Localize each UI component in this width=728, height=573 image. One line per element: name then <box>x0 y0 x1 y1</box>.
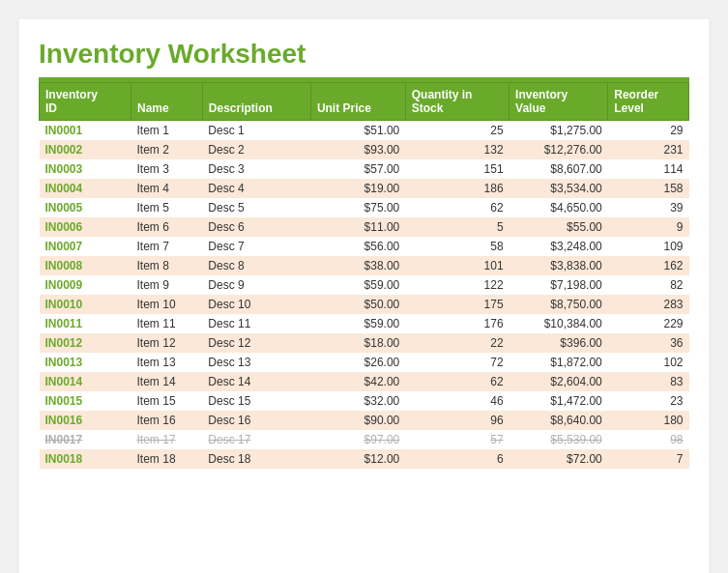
cell-reorder_level: 83 <box>608 372 689 391</box>
cell-inventory_value: $1,472.00 <box>510 391 608 411</box>
cell-quantity_in_stock: 25 <box>405 121 509 141</box>
cell-description: Desc 1 <box>202 121 310 141</box>
cell-inventory_value: $2,604.00 <box>510 372 608 391</box>
cell-inventory_value: $8,607.00 <box>510 159 608 179</box>
cell-name: Item 9 <box>131 275 203 295</box>
cell-unit_price: $59.00 <box>310 314 405 333</box>
cell-name: Item 17 <box>131 430 203 449</box>
cell-quantity_in_stock: 62 <box>405 372 509 391</box>
cell-quantity_in_stock: 58 <box>405 237 509 256</box>
cell-description: Desc 11 <box>202 314 310 333</box>
cell-id: IN0008 <box>40 256 131 275</box>
table-row: IN0017Item 17Desc 17$97.0057$5,539.0098 <box>40 430 689 449</box>
cell-unit_price: $93.00 <box>310 140 405 159</box>
cell-reorder_level: 9 <box>608 217 689 237</box>
cell-id: IN0016 <box>40 411 131 430</box>
cell-name: Item 11 <box>131 314 203 333</box>
cell-inventory_value: $1,872.00 <box>510 353 608 372</box>
table-row: IN0002Item 2Desc 2$93.00132$12,276.00231 <box>40 140 689 159</box>
cell-inventory_value: $55.00 <box>510 217 608 237</box>
cell-name: Item 14 <box>131 372 203 391</box>
cell-quantity_in_stock: 151 <box>405 159 509 179</box>
table-row: IN0007Item 7Desc 7$56.0058$3,248.00109 <box>40 237 689 256</box>
cell-reorder_level: 162 <box>608 256 689 275</box>
col-header-description: Description <box>202 83 310 121</box>
cell-unit_price: $97.00 <box>310 430 405 449</box>
table-row: IN0010Item 10Desc 10$50.00175$8,750.0028… <box>40 295 689 314</box>
cell-id: IN0003 <box>40 159 131 179</box>
cell-description: Desc 4 <box>202 179 310 198</box>
cell-unit_price: $90.00 <box>310 411 405 430</box>
cell-inventory_value: $1,275.00 <box>510 121 608 141</box>
table-row: IN0001Item 1Desc 1$51.0025$1,275.0029 <box>40 121 689 141</box>
cell-id: IN0004 <box>40 179 131 198</box>
cell-id: IN0007 <box>40 237 131 256</box>
cell-quantity_in_stock: 176 <box>405 314 509 333</box>
cell-name: Item 2 <box>131 140 203 159</box>
cell-inventory_value: $3,838.00 <box>510 256 608 275</box>
cell-inventory_value: $12,276.00 <box>510 140 608 159</box>
cell-description: Desc 6 <box>202 217 310 237</box>
cell-inventory_value: $5,539.00 <box>510 430 608 449</box>
cell-unit_price: $18.00 <box>310 333 405 353</box>
cell-unit_price: $51.00 <box>310 121 405 141</box>
cell-description: Desc 5 <box>202 198 310 217</box>
cell-inventory_value: $72.00 <box>510 449 608 469</box>
table-row: IN0016Item 16Desc 16$90.0096$8,640.00180 <box>40 411 689 430</box>
cell-unit_price: $42.00 <box>310 372 405 391</box>
cell-reorder_level: 109 <box>608 237 689 256</box>
col-header-name: Name <box>131 83 203 121</box>
cell-id: IN0014 <box>40 372 131 391</box>
cell-quantity_in_stock: 101 <box>405 256 509 275</box>
cell-reorder_level: 7 <box>608 449 689 469</box>
cell-id: IN0001 <box>40 121 131 141</box>
cell-unit_price: $32.00 <box>310 391 405 411</box>
cell-inventory_value: $4,650.00 <box>510 198 608 217</box>
cell-inventory_value: $3,248.00 <box>510 237 608 256</box>
cell-inventory_value: $10,384.00 <box>510 314 608 333</box>
cell-unit_price: $75.00 <box>310 198 405 217</box>
inventory-table: InventoryID Name Description Unit Price … <box>39 82 689 469</box>
cell-reorder_level: 283 <box>608 295 689 314</box>
cell-reorder_level: 229 <box>608 314 689 333</box>
cell-quantity_in_stock: 72 <box>405 353 509 372</box>
cell-unit_price: $50.00 <box>310 295 405 314</box>
cell-reorder_level: 82 <box>608 275 689 295</box>
cell-id: IN0011 <box>40 314 131 333</box>
table-row: IN0005Item 5Desc 5$75.0062$4,650.0039 <box>40 198 689 217</box>
table-row: IN0006Item 6Desc 6$11.005$55.009 <box>40 217 689 237</box>
cell-id: IN0005 <box>40 198 131 217</box>
cell-id: IN0010 <box>40 295 131 314</box>
cell-description: Desc 2 <box>202 140 310 159</box>
cell-unit_price: $57.00 <box>310 159 405 179</box>
cell-inventory_value: $396.00 <box>510 333 608 353</box>
cell-name: Item 3 <box>131 159 203 179</box>
table-row: IN0015Item 15Desc 15$32.0046$1,472.0023 <box>40 391 689 411</box>
cell-quantity_in_stock: 46 <box>405 391 509 411</box>
cell-id: IN0002 <box>40 140 131 159</box>
cell-unit_price: $12.00 <box>310 449 405 469</box>
cell-name: Item 13 <box>131 353 203 372</box>
cell-quantity_in_stock: 22 <box>405 333 509 353</box>
cell-name: Item 5 <box>131 198 203 217</box>
cell-quantity_in_stock: 5 <box>405 217 509 237</box>
cell-unit_price: $19.00 <box>310 179 405 198</box>
cell-description: Desc 12 <box>202 333 310 353</box>
cell-description: Desc 7 <box>202 237 310 256</box>
cell-quantity_in_stock: 132 <box>405 140 509 159</box>
cell-unit_price: $38.00 <box>310 256 405 275</box>
cell-id: IN0012 <box>40 333 131 353</box>
col-header-inventory-value: InventoryValue <box>510 83 608 121</box>
cell-name: Item 8 <box>131 256 203 275</box>
cell-id: IN0006 <box>40 217 131 237</box>
cell-quantity_in_stock: 57 <box>405 430 509 449</box>
table-row: IN0004Item 4Desc 4$19.00186$3,534.00158 <box>40 179 689 198</box>
table-row: IN0013Item 13Desc 13$26.0072$1,872.00102 <box>40 353 689 372</box>
cell-id: IN0013 <box>40 353 131 372</box>
cell-unit_price: $59.00 <box>310 275 405 295</box>
cell-quantity_in_stock: 6 <box>405 449 509 469</box>
table-header-row: InventoryID Name Description Unit Price … <box>40 83 689 121</box>
table-row: IN0014Item 14Desc 14$42.0062$2,604.0083 <box>40 372 689 391</box>
cell-reorder_level: 98 <box>608 430 689 449</box>
cell-inventory_value: $3,534.00 <box>510 179 608 198</box>
